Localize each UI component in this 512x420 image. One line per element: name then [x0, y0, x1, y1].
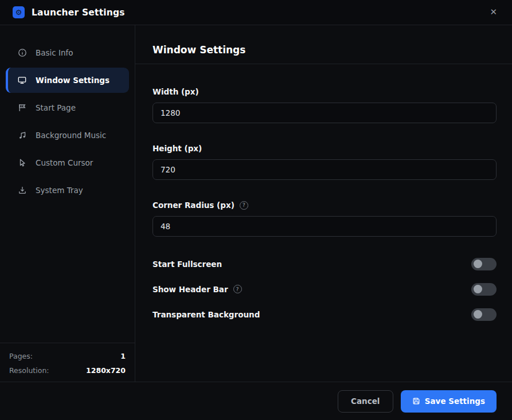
transparent-background-label: Transparent Background — [153, 310, 260, 319]
transparent-background-row: Transparent Background — [153, 308, 497, 321]
app-logo: ⚙ — [13, 6, 25, 18]
transparent-background-toggle[interactable] — [471, 308, 497, 321]
toggle-knob — [474, 260, 482, 268]
title-bar: ⚙ Launcher Settings ✕ — [0, 0, 512, 25]
settings-form: Width (px) Height (px) Corner Radius (px… — [135, 64, 512, 333]
sidebar-item-label: Custom Cursor — [36, 158, 93, 167]
sidebar-nav: Basic Info Window Settings — [0, 40, 135, 203]
corner-radius-input[interactable] — [153, 216, 497, 237]
sidebar-item-window-settings[interactable]: Window Settings — [6, 68, 129, 93]
window-title: Launcher Settings — [32, 7, 125, 18]
width-input[interactable] — [153, 103, 497, 123]
field-label-text: Width (px) — [153, 87, 199, 96]
save-icon — [412, 397, 420, 405]
info-icon — [17, 48, 27, 57]
toggle-label-text: Show Header Bar — [153, 285, 228, 294]
sidebar-spacer — [0, 203, 135, 343]
launcher-settings-window: ⚙ Launcher Settings ✕ Basic Info — [0, 0, 512, 420]
field-label-text: Corner Radius (px) — [153, 201, 234, 210]
page-title: Window Settings — [135, 25, 512, 64]
save-button-label: Save Settings — [425, 397, 485, 406]
corner-radius-field-group: Corner Radius (px) ? — [153, 201, 497, 237]
height-input[interactable] — [153, 159, 497, 180]
corner-radius-label: Corner Radius (px) ? — [153, 201, 497, 210]
start-fullscreen-row: Start Fullscreen — [153, 257, 497, 270]
sidebar-item-start-page[interactable]: Start Page — [6, 95, 129, 120]
help-icon[interactable]: ? — [233, 285, 242, 293]
sidebar-item-label: System Tray — [36, 186, 83, 195]
stat-label: Pages: — [9, 352, 33, 360]
system-tray-icon — [17, 186, 27, 195]
close-icon[interactable]: ✕ — [487, 6, 499, 19]
sidebar: Basic Info Window Settings — [0, 25, 135, 382]
width-label: Width (px) — [153, 87, 497, 96]
stat-value: 1 — [120, 352, 126, 360]
height-label: Height (px) — [153, 144, 497, 153]
stat-resolution: Resolution: 1280x720 — [9, 366, 126, 375]
sidebar-item-label: Start Page — [36, 103, 76, 112]
main-panel: Window Settings Width (px) Height (px) — [135, 25, 512, 382]
stat-pages: Pages: 1 — [9, 352, 126, 360]
gear-icon: ⚙ — [15, 9, 22, 16]
start-fullscreen-toggle[interactable] — [471, 258, 497, 270]
sidebar-item-background-music[interactable]: Background Music — [6, 123, 129, 148]
toggle-knob — [474, 285, 482, 293]
flag-icon — [17, 103, 27, 112]
sidebar-item-basic-info[interactable]: Basic Info — [6, 40, 129, 65]
sidebar-item-label: Basic Info — [36, 48, 73, 57]
save-settings-button[interactable]: Save Settings — [401, 390, 497, 413]
sidebar-item-label: Background Music — [36, 131, 106, 140]
start-fullscreen-label: Start Fullscreen — [153, 260, 222, 269]
field-label-text: Height (px) — [153, 144, 202, 153]
toggle-label-text: Transparent Background — [153, 310, 260, 319]
show-header-bar-label: Show Header Bar ? — [153, 285, 242, 294]
cursor-icon — [17, 158, 27, 167]
toggle-section: Start Fullscreen Show Header Bar ? — [153, 257, 497, 321]
sidebar-item-system-tray[interactable]: System Tray — [6, 178, 129, 203]
toggle-label-text: Start Fullscreen — [153, 260, 222, 269]
stat-value: 1280x720 — [86, 366, 126, 375]
body-row: Basic Info Window Settings — [0, 25, 512, 382]
monitor-icon — [17, 76, 27, 85]
footer-bar: Cancel Save Settings — [0, 382, 512, 420]
sidebar-item-label: Window Settings — [36, 76, 110, 85]
sidebar-stats: Pages: 1 Resolution: 1280x720 — [0, 343, 135, 382]
toggle-knob — [474, 310, 482, 319]
music-note-icon — [17, 131, 27, 140]
width-field-group: Width (px) — [153, 87, 497, 123]
stat-label: Resolution: — [9, 366, 49, 375]
help-icon[interactable]: ? — [240, 201, 248, 210]
show-header-bar-toggle[interactable] — [471, 283, 497, 296]
show-header-bar-row: Show Header Bar ? — [153, 282, 497, 296]
height-field-group: Height (px) — [153, 144, 497, 180]
cancel-button[interactable]: Cancel — [338, 390, 393, 413]
sidebar-item-custom-cursor[interactable]: Custom Cursor — [6, 150, 129, 175]
